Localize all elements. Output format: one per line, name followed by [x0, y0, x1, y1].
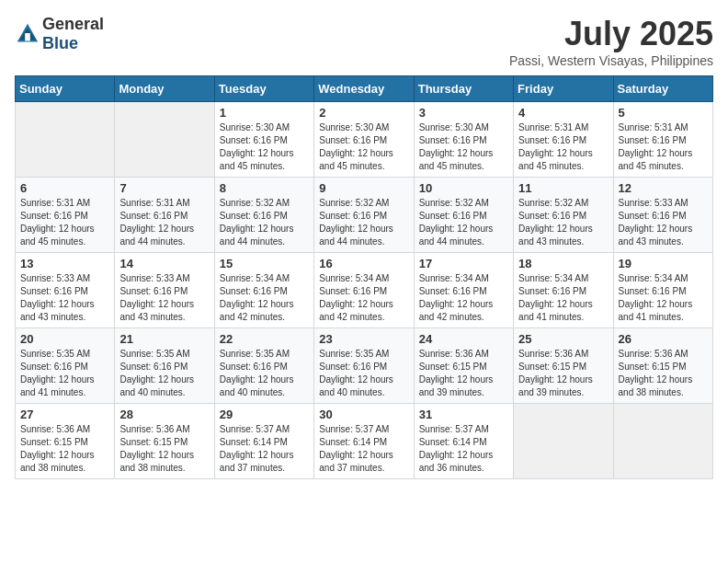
day-number: 19 [619, 257, 708, 270]
location-title: Passi, Western Visayas, Philippines [509, 53, 713, 68]
day-info: Sunrise: 5:30 AM Sunset: 6:16 PM Dayligh… [220, 121, 309, 173]
day-number: 23 [319, 332, 408, 346]
calendar-day-cell: 20Sunrise: 5:35 AM Sunset: 6:16 PM Dayli… [16, 328, 115, 404]
day-info: Sunrise: 5:34 AM Sunset: 6:16 PM Dayligh… [619, 272, 708, 324]
weekday-header-friday: Friday [514, 76, 613, 102]
day-info: Sunrise: 5:35 AM Sunset: 6:16 PM Dayligh… [20, 348, 109, 399]
day-number: 27 [20, 408, 109, 421]
day-number: 24 [419, 332, 508, 346]
day-info: Sunrise: 5:30 AM Sunset: 6:16 PM Dayligh… [319, 121, 408, 173]
day-info: Sunrise: 5:37 AM Sunset: 6:14 PM Dayligh… [419, 423, 508, 475]
weekday-header-sunday: Sunday [16, 76, 115, 102]
day-number: 12 [619, 181, 708, 195]
calendar-day-cell [613, 404, 712, 479]
day-info: Sunrise: 5:33 AM Sunset: 6:16 PM Dayligh… [20, 272, 109, 324]
calendar-day-cell: 27Sunrise: 5:36 AM Sunset: 6:15 PM Dayli… [16, 404, 115, 479]
day-number: 25 [518, 332, 608, 346]
calendar-day-cell: 21Sunrise: 5:35 AM Sunset: 6:16 PM Dayli… [115, 328, 214, 404]
calendar-day-cell: 18Sunrise: 5:34 AM Sunset: 6:16 PM Dayli… [514, 253, 613, 328]
calendar-day-cell [16, 102, 115, 178]
day-info: Sunrise: 5:34 AM Sunset: 6:16 PM Dayligh… [319, 272, 408, 324]
day-info: Sunrise: 5:32 AM Sunset: 6:16 PM Dayligh… [419, 197, 508, 248]
day-info: Sunrise: 5:36 AM Sunset: 6:15 PM Dayligh… [619, 348, 708, 399]
day-number: 9 [319, 181, 408, 195]
calendar-day-cell: 26Sunrise: 5:36 AM Sunset: 6:15 PM Dayli… [613, 328, 712, 404]
day-info: Sunrise: 5:31 AM Sunset: 6:16 PM Dayligh… [518, 121, 608, 173]
day-info: Sunrise: 5:36 AM Sunset: 6:15 PM Dayligh… [119, 423, 209, 475]
calendar-week-row: 13Sunrise: 5:33 AM Sunset: 6:16 PM Dayli… [16, 253, 713, 328]
svg-rect-2 [25, 33, 30, 40]
calendar-day-cell: 8Sunrise: 5:32 AM Sunset: 6:16 PM Daylig… [214, 178, 313, 253]
day-number: 30 [319, 408, 408, 421]
logo-text-blue: Blue [42, 34, 78, 52]
day-number: 21 [119, 332, 209, 346]
calendar-day-cell: 28Sunrise: 5:36 AM Sunset: 6:15 PM Dayli… [115, 404, 214, 479]
day-number: 28 [119, 408, 209, 421]
calendar-day-cell: 9Sunrise: 5:32 AM Sunset: 6:16 PM Daylig… [314, 178, 414, 253]
day-info: Sunrise: 5:35 AM Sunset: 6:16 PM Dayligh… [220, 348, 309, 399]
day-info: Sunrise: 5:34 AM Sunset: 6:16 PM Dayligh… [220, 272, 309, 324]
page-header: General Blue July 2025 Passi, Western Vi… [15, 15, 713, 68]
calendar-day-cell: 22Sunrise: 5:35 AM Sunset: 6:16 PM Dayli… [214, 328, 313, 404]
day-number: 2 [319, 106, 408, 120]
day-info: Sunrise: 5:34 AM Sunset: 6:16 PM Dayligh… [518, 272, 608, 324]
day-info: Sunrise: 5:33 AM Sunset: 6:16 PM Dayligh… [119, 272, 209, 324]
day-info: Sunrise: 5:37 AM Sunset: 6:14 PM Dayligh… [220, 423, 309, 475]
calendar-day-cell: 4Sunrise: 5:31 AM Sunset: 6:16 PM Daylig… [514, 102, 613, 178]
calendar-day-cell: 29Sunrise: 5:37 AM Sunset: 6:14 PM Dayli… [214, 404, 313, 479]
day-info: Sunrise: 5:32 AM Sunset: 6:16 PM Dayligh… [319, 197, 408, 248]
day-number: 14 [119, 257, 209, 270]
calendar-week-row: 6Sunrise: 5:31 AM Sunset: 6:16 PM Daylig… [16, 178, 713, 253]
day-info: Sunrise: 5:33 AM Sunset: 6:16 PM Dayligh… [619, 197, 708, 248]
day-info: Sunrise: 5:31 AM Sunset: 6:16 PM Dayligh… [619, 121, 708, 173]
day-info: Sunrise: 5:36 AM Sunset: 6:15 PM Dayligh… [518, 348, 608, 399]
day-info: Sunrise: 5:34 AM Sunset: 6:16 PM Dayligh… [419, 272, 508, 324]
calendar-day-cell [514, 404, 613, 479]
logo-text-general: General [42, 15, 104, 33]
calendar-day-cell: 13Sunrise: 5:33 AM Sunset: 6:16 PM Dayli… [16, 253, 115, 328]
day-number: 8 [220, 181, 309, 195]
day-info: Sunrise: 5:37 AM Sunset: 6:14 PM Dayligh… [319, 423, 408, 475]
day-info: Sunrise: 5:36 AM Sunset: 6:15 PM Dayligh… [20, 423, 109, 475]
calendar-day-cell: 30Sunrise: 5:37 AM Sunset: 6:14 PM Dayli… [314, 404, 414, 479]
calendar-week-row: 27Sunrise: 5:36 AM Sunset: 6:15 PM Dayli… [16, 404, 713, 479]
title-block: July 2025 Passi, Western Visayas, Philip… [509, 15, 713, 68]
calendar-day-cell: 31Sunrise: 5:37 AM Sunset: 6:14 PM Dayli… [414, 404, 513, 479]
calendar-day-cell: 24Sunrise: 5:36 AM Sunset: 6:15 PM Dayli… [414, 328, 513, 404]
calendar-day-cell: 6Sunrise: 5:31 AM Sunset: 6:16 PM Daylig… [16, 178, 115, 253]
calendar-day-cell: 2Sunrise: 5:30 AM Sunset: 6:16 PM Daylig… [314, 102, 414, 178]
day-number: 11 [518, 181, 608, 195]
day-number: 22 [220, 332, 309, 346]
calendar-day-cell: 14Sunrise: 5:33 AM Sunset: 6:16 PM Dayli… [115, 253, 214, 328]
calendar-day-cell: 5Sunrise: 5:31 AM Sunset: 6:16 PM Daylig… [613, 102, 712, 178]
calendar-day-cell: 17Sunrise: 5:34 AM Sunset: 6:16 PM Dayli… [414, 253, 513, 328]
calendar-day-cell: 7Sunrise: 5:31 AM Sunset: 6:16 PM Daylig… [115, 178, 214, 253]
day-number: 17 [419, 257, 508, 270]
day-info: Sunrise: 5:32 AM Sunset: 6:16 PM Dayligh… [518, 197, 608, 248]
calendar-header-row: SundayMondayTuesdayWednesdayThursdayFrid… [16, 76, 713, 102]
month-title: July 2025 [509, 15, 713, 53]
day-info: Sunrise: 5:35 AM Sunset: 6:16 PM Dayligh… [119, 348, 209, 399]
day-number: 18 [518, 257, 608, 270]
day-number: 3 [419, 106, 508, 120]
day-number: 15 [220, 257, 309, 270]
calendar-day-cell: 10Sunrise: 5:32 AM Sunset: 6:16 PM Dayli… [414, 178, 513, 253]
calendar-table: SundayMondayTuesdayWednesdayThursdayFrid… [15, 75, 713, 479]
day-info: Sunrise: 5:30 AM Sunset: 6:16 PM Dayligh… [419, 121, 508, 173]
calendar-day-cell: 19Sunrise: 5:34 AM Sunset: 6:16 PM Dayli… [613, 253, 712, 328]
day-number: 10 [419, 181, 508, 195]
calendar-day-cell: 16Sunrise: 5:34 AM Sunset: 6:16 PM Dayli… [314, 253, 414, 328]
calendar-week-row: 1Sunrise: 5:30 AM Sunset: 6:16 PM Daylig… [16, 102, 713, 178]
day-number: 7 [119, 181, 209, 195]
calendar-day-cell: 23Sunrise: 5:35 AM Sunset: 6:16 PM Dayli… [314, 328, 414, 404]
logo: General Blue [15, 15, 104, 53]
calendar-day-cell: 25Sunrise: 5:36 AM Sunset: 6:15 PM Dayli… [514, 328, 613, 404]
day-number: 20 [20, 332, 109, 346]
calendar-day-cell: 3Sunrise: 5:30 AM Sunset: 6:16 PM Daylig… [414, 102, 513, 178]
day-number: 4 [518, 106, 608, 120]
day-number: 26 [619, 332, 708, 346]
weekday-header-wednesday: Wednesday [314, 76, 414, 102]
day-number: 16 [319, 257, 408, 270]
calendar-day-cell [115, 102, 214, 178]
day-number: 6 [20, 181, 109, 195]
